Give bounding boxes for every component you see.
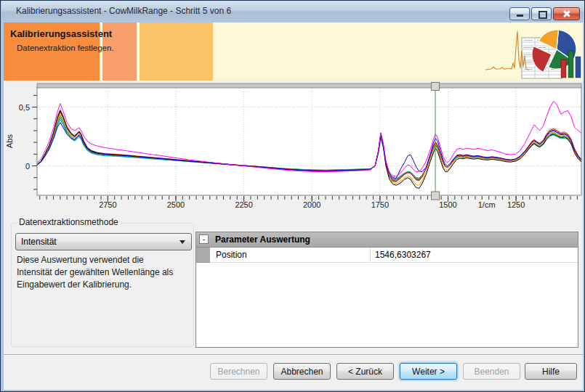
parameter-grid: - Parameter Auswertung Position 1546,630… bbox=[195, 232, 578, 348]
svg-text:2000: 2000 bbox=[303, 200, 320, 209]
svg-text:1750: 1750 bbox=[371, 200, 389, 209]
parameter-name: Position bbox=[210, 248, 371, 263]
parameter-row[interactable]: Position 1546,6303267 bbox=[196, 248, 578, 263]
position-value-field[interactable]: 1546,6303267 bbox=[371, 248, 578, 263]
combobox-value: Intensität bbox=[21, 234, 57, 250]
berechnen-button[interactable]: Berechnen bbox=[210, 363, 267, 380]
method-description-line: Eingabewert der Kalibrierung. bbox=[17, 279, 132, 290]
row-gutter bbox=[196, 248, 210, 263]
method-group-label: Datenextraktionsmethode bbox=[17, 217, 121, 227]
footer-separator bbox=[4, 354, 583, 356]
close-icon bbox=[562, 10, 570, 18]
cursor-handle-top[interactable] bbox=[432, 83, 440, 91]
hilfe-button[interactable]: Hilfe bbox=[525, 363, 577, 380]
restore-button[interactable] bbox=[531, 7, 552, 20]
banner-illustration bbox=[484, 23, 582, 80]
svg-text:0: 0 bbox=[25, 162, 30, 171]
spectrum-chart[interactable]: 27502500225020001750150012501/cm0,50Abs bbox=[4, 81, 583, 216]
svg-text:1/cm: 1/cm bbox=[478, 200, 496, 209]
cursor-handle-bottom[interactable] bbox=[432, 192, 440, 200]
method-description-line: Diese Auswertung verwendet die bbox=[17, 255, 144, 265]
wizard-banner: Kalibrierungsassistent Datenextraktion f… bbox=[4, 23, 583, 81]
svg-text:2750: 2750 bbox=[99, 200, 116, 209]
collapse-icon[interactable]: - bbox=[199, 234, 209, 244]
svg-text:1500: 1500 bbox=[439, 200, 456, 209]
restore-icon bbox=[538, 11, 547, 19]
svg-text:1250: 1250 bbox=[507, 200, 525, 209]
wizard-window: Kalibrierungsassistent - CowMilkRange - … bbox=[0, 0, 585, 392]
svg-text:2500: 2500 bbox=[167, 200, 185, 209]
close-button[interactable] bbox=[553, 7, 580, 20]
parameter-grid-title: Parameter Auswertung bbox=[215, 232, 310, 247]
svg-text:Abs: Abs bbox=[5, 134, 14, 148]
chevron-down-icon bbox=[179, 240, 185, 244]
abbrechen-button[interactable]: Abbrechen bbox=[273, 363, 331, 380]
wizard-step-subtitle: Datenextraktion festlegen. bbox=[17, 44, 114, 52]
weiter-button[interactable]: Weiter > bbox=[400, 363, 457, 380]
svg-text:0,5: 0,5 bbox=[19, 103, 30, 112]
method-combobox[interactable]: Intensität bbox=[15, 233, 192, 250]
beenden-button[interactable]: Beenden bbox=[463, 363, 520, 380]
svg-text:2250: 2250 bbox=[235, 200, 252, 209]
titlebar[interactable]: Kalibrierungsassistent - CowMilkRange - … bbox=[1, 1, 585, 22]
method-description-line: Intensität der gewählten Wellenlänge als bbox=[17, 267, 173, 277]
window-title: Kalibrierungsassistent - CowMilkRange - … bbox=[16, 1, 231, 22]
minimize-icon bbox=[517, 15, 523, 17]
zurueck-button[interactable]: < Zurück bbox=[336, 363, 394, 380]
banner-block-3 bbox=[140, 23, 213, 81]
parameter-grid-header: - Parameter Auswertung bbox=[196, 232, 578, 248]
wizard-title: Kalibrierungsassistent bbox=[10, 28, 112, 39]
minimize-button[interactable] bbox=[509, 7, 530, 20]
